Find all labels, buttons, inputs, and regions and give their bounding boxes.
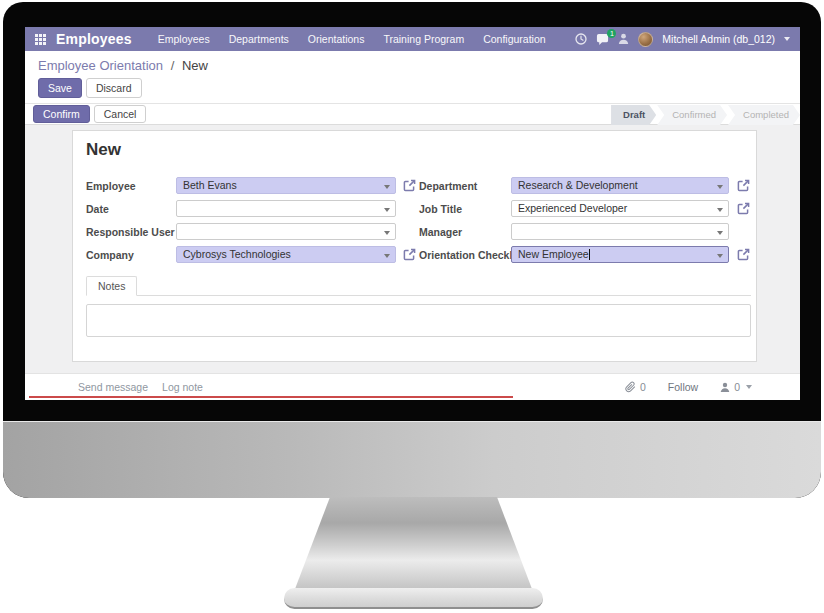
external-link-icon[interactable] xyxy=(737,202,750,215)
screen: Employees Employees Departments Orientat… xyxy=(25,27,800,400)
cancel-button[interactable]: Cancel xyxy=(94,105,147,123)
responsible-user-label: Responsible User xyxy=(86,226,175,238)
confirm-button[interactable]: Confirm xyxy=(33,105,90,123)
tab-notes[interactable]: Notes xyxy=(86,276,137,296)
manager-input[interactable] xyxy=(511,223,729,240)
monitor-stand-base xyxy=(284,588,543,609)
department-label: Department xyxy=(419,180,477,192)
dropdown-caret-icon[interactable] xyxy=(384,185,390,189)
form-sheet: New Employee Beth Evans Date xyxy=(72,130,757,362)
screenshot-red-line xyxy=(29,396,513,398)
external-link-icon[interactable] xyxy=(403,248,416,261)
attachments-button[interactable]: 0 xyxy=(625,381,646,393)
text-cursor xyxy=(589,249,590,260)
employee-input[interactable]: Beth Evans xyxy=(176,177,396,194)
breadcrumb-parent-link[interactable]: Employee Orientation xyxy=(38,58,163,73)
employee-label: Employee xyxy=(86,180,136,192)
date-input[interactable] xyxy=(176,200,396,217)
external-link-icon[interactable] xyxy=(737,248,750,261)
chatter-right: 0 Follow 0 xyxy=(625,381,800,393)
top-navbar: Employees Employees Departments Orientat… xyxy=(25,27,800,51)
dropdown-caret-icon[interactable] xyxy=(717,254,723,258)
paperclip-icon xyxy=(625,381,636,393)
breadcrumb-current: New xyxy=(182,58,208,73)
orientation-checklist-value: New Employee xyxy=(518,248,589,260)
activity-clock-icon[interactable] xyxy=(575,33,587,45)
follower-person-icon xyxy=(720,382,730,393)
attachment-count: 0 xyxy=(640,381,646,393)
user-menu-label[interactable]: Mitchell Admin (db_012) xyxy=(662,33,775,45)
stage-completed[interactable]: Completed xyxy=(728,105,800,125)
user-avatar[interactable] xyxy=(638,32,653,47)
breadcrumb: Employee Orientation / New xyxy=(38,58,208,73)
followers-caret-icon xyxy=(746,385,752,389)
discard-button[interactable]: Discard xyxy=(86,78,142,98)
job-title-label: Job Title xyxy=(419,203,462,215)
date-label: Date xyxy=(86,203,109,215)
notebook-tabbar: Notes xyxy=(86,277,751,296)
job-title-value: Experienced Developer xyxy=(518,202,627,214)
department-value: Research & Development xyxy=(518,179,638,191)
save-button[interactable]: Save xyxy=(38,78,82,98)
dropdown-caret-icon[interactable] xyxy=(384,231,390,235)
message-count-badge: 1 xyxy=(607,29,616,38)
stage-pipeline: Draft Confirmed Completed xyxy=(610,105,800,125)
stage-confirmed[interactable]: Confirmed xyxy=(657,105,727,125)
external-link-icon[interactable] xyxy=(737,179,750,192)
record-title: New xyxy=(86,140,121,160)
follower-count: 0 xyxy=(734,381,740,393)
notes-textarea[interactable] xyxy=(86,304,751,337)
company-input[interactable]: Cybrosys Technologies xyxy=(176,246,396,263)
menu-item-employees[interactable]: Employees xyxy=(158,33,210,45)
log-note-button[interactable]: Log note xyxy=(162,381,203,393)
dropdown-caret-icon[interactable] xyxy=(384,254,390,258)
external-link-icon[interactable] xyxy=(403,179,416,192)
send-message-button[interactable]: Send message xyxy=(78,381,148,393)
main-menu: Employees Departments Orientations Train… xyxy=(158,33,546,45)
manager-label: Manager xyxy=(419,226,462,238)
employee-value: Beth Evans xyxy=(183,179,237,191)
follow-button[interactable]: Follow xyxy=(668,381,698,393)
breadcrumb-separator: / xyxy=(171,58,175,73)
job-title-input[interactable]: Experienced Developer xyxy=(511,200,729,217)
record-actions: Save Discard xyxy=(38,78,142,98)
messages-icon[interactable]: 1 xyxy=(596,33,609,46)
monitor-mockup: Employees Employees Departments Orientat… xyxy=(0,0,824,613)
dropdown-caret-icon[interactable] xyxy=(384,208,390,212)
menu-item-training-program[interactable]: Training Program xyxy=(383,33,464,45)
dropdown-caret-icon[interactable] xyxy=(717,208,723,212)
company-value: Cybrosys Technologies xyxy=(183,248,291,260)
navbar-right: 1 Mitchell Admin (db_012) xyxy=(575,32,800,47)
monitor-chin xyxy=(3,421,821,498)
apps-menu-icon[interactable] xyxy=(35,34,46,45)
department-input[interactable]: Research & Development xyxy=(511,177,729,194)
form-statusbar: Confirm Cancel Draft Confirmed Completed xyxy=(25,103,800,125)
user-menu-caret-icon[interactable] xyxy=(784,37,790,41)
stage-draft[interactable]: Draft xyxy=(611,105,656,125)
followers-button[interactable]: 0 xyxy=(720,381,752,393)
menu-item-orientations[interactable]: Orientations xyxy=(308,33,365,45)
company-label: Company xyxy=(86,249,134,261)
orientation-checklist-input[interactable]: New Employee xyxy=(511,246,729,263)
orientation-checklist-label: Orientation Checklist xyxy=(419,249,525,261)
app-brand[interactable]: Employees xyxy=(56,31,132,47)
menu-item-configuration[interactable]: Configuration xyxy=(483,33,545,45)
monitor-stand-neck xyxy=(287,497,540,590)
user-switch-icon[interactable] xyxy=(618,33,629,45)
dropdown-caret-icon[interactable] xyxy=(717,185,723,189)
responsible-user-input[interactable] xyxy=(176,223,396,240)
dropdown-caret-icon[interactable] xyxy=(717,231,723,235)
menu-item-departments[interactable]: Departments xyxy=(229,33,289,45)
